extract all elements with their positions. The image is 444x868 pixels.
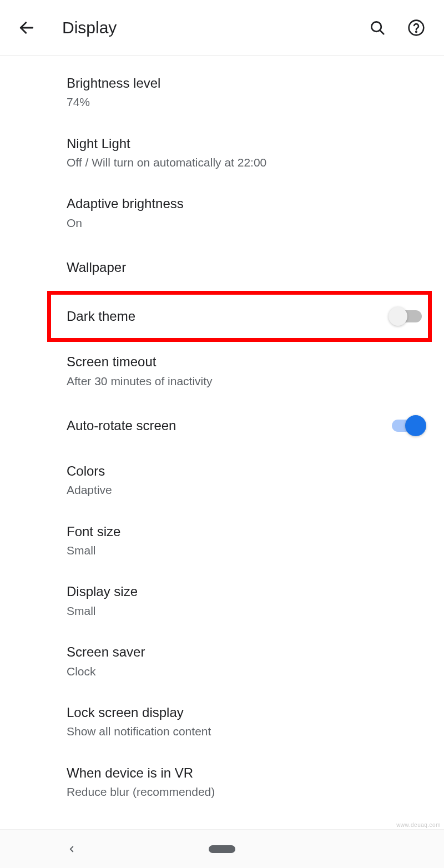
- setting-row-auto-rotate[interactable]: Auto-rotate screen: [0, 401, 444, 450]
- chevron-left-icon: [67, 844, 77, 854]
- setting-title: Colors: [67, 462, 411, 480]
- setting-row-font-size[interactable]: Font sizeSmall: [0, 511, 444, 571]
- nav-home-pill[interactable]: [209, 845, 235, 853]
- setting-text: Auto-rotate screen: [67, 417, 392, 435]
- nav-back-button[interactable]: [65, 842, 78, 856]
- setting-text: Dark theme: [67, 307, 392, 325]
- setting-title: Brightness level: [67, 74, 411, 92]
- setting-text: Adaptive brightnessOn: [67, 195, 422, 231]
- setting-text: Brightness level74%: [67, 74, 422, 110]
- setting-text: Screen saverClock: [67, 643, 422, 679]
- setting-text: Wallpaper: [67, 259, 422, 276]
- search-button[interactable]: [363, 13, 392, 42]
- setting-row-colors[interactable]: ColorsAdaptive: [0, 450, 444, 511]
- setting-subtitle: Show all notification content: [67, 724, 411, 739]
- setting-title: Wallpaper: [67, 259, 411, 276]
- setting-text: ColorsAdaptive: [67, 462, 422, 498]
- setting-title: Font size: [67, 523, 411, 541]
- setting-title: Lock screen display: [67, 704, 411, 721]
- svg-point-4: [416, 31, 417, 32]
- setting-text: Display sizeSmall: [67, 583, 422, 619]
- setting-row-vr-mode[interactable]: When device is in VRReduce blur (recomme…: [0, 752, 444, 813]
- page-title: Display: [62, 18, 353, 37]
- svg-line-2: [380, 30, 384, 34]
- setting-title: Auto-rotate screen: [67, 417, 381, 435]
- toggle-knob: [389, 307, 407, 326]
- back-button[interactable]: [13, 14, 40, 41]
- search-icon: [369, 19, 386, 36]
- toggle-knob: [405, 415, 426, 436]
- setting-title: Screen timeout: [67, 353, 411, 371]
- setting-title: Adaptive brightness: [67, 195, 411, 213]
- setting-subtitle: On: [67, 215, 411, 231]
- setting-subtitle: Small: [67, 603, 411, 619]
- setting-text: Lock screen displayShow all notification…: [67, 704, 422, 740]
- setting-text: Screen timeoutAfter 30 minutes of inacti…: [67, 353, 422, 389]
- setting-subtitle: Adaptive: [67, 482, 411, 498]
- setting-row-brightness-level[interactable]: Brightness level74%: [0, 62, 444, 123]
- setting-row-night-light[interactable]: Night LightOff / Will turn on automatica…: [0, 123, 444, 183]
- settings-list: Brightness level74%Night LightOff / Will…: [0, 55, 444, 867]
- setting-subtitle: Reduce blur (recommended): [67, 784, 411, 800]
- toggle-auto-rotate[interactable]: [392, 420, 422, 432]
- setting-row-display-size[interactable]: Display sizeSmall: [0, 571, 444, 631]
- setting-subtitle: 74%: [67, 94, 411, 110]
- setting-row-adaptive-brightness[interactable]: Adaptive brightnessOn: [0, 183, 444, 243]
- setting-title: Screen saver: [67, 643, 411, 661]
- setting-text: Font sizeSmall: [67, 523, 422, 559]
- setting-title: Night Light: [67, 135, 411, 153]
- setting-text: Night LightOff / Will turn on automatica…: [67, 135, 422, 171]
- arrow-back-icon: [18, 19, 36, 37]
- setting-subtitle: Clock: [67, 664, 411, 679]
- setting-row-screen-saver[interactable]: Screen saverClock: [0, 631, 444, 692]
- android-nav-bar: [0, 829, 444, 868]
- app-bar: Display: [0, 0, 444, 55]
- watermark: www.deuaq.com: [396, 822, 441, 828]
- setting-row-wallpaper[interactable]: Wallpaper: [0, 243, 444, 292]
- setting-subtitle: Small: [67, 543, 411, 558]
- setting-row-lock-screen-display[interactable]: Lock screen displayShow all notification…: [0, 692, 444, 752]
- setting-row-screen-timeout[interactable]: Screen timeoutAfter 30 minutes of inacti…: [0, 341, 444, 401]
- help-icon: [407, 19, 425, 37]
- setting-subtitle: After 30 minutes of inactivity: [67, 374, 411, 389]
- help-button[interactable]: [402, 13, 431, 42]
- setting-title: Dark theme: [67, 307, 381, 325]
- setting-subtitle: Off / Will turn on automatically at 22:0…: [67, 155, 411, 170]
- setting-title: Display size: [67, 583, 411, 600]
- setting-text: When device is in VRReduce blur (recomme…: [67, 764, 422, 800]
- setting-row-dark-theme[interactable]: Dark theme: [0, 292, 444, 341]
- toggle-dark-theme[interactable]: [392, 310, 422, 322]
- setting-title: When device is in VR: [67, 764, 411, 782]
